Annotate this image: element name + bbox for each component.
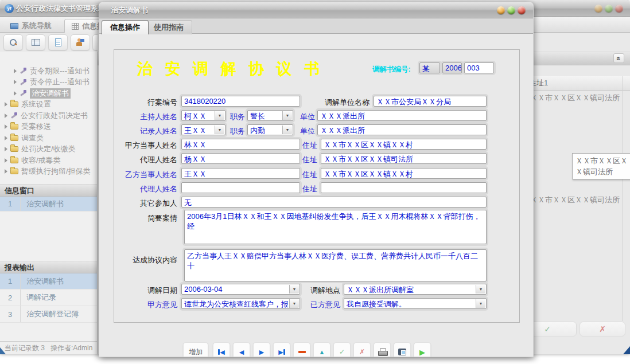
add-record-button[interactable]: 增加 — [183, 342, 208, 357]
party-a-opinion-dropdown[interactable]: 谭世龙为公安核查红线客户，报▼ — [181, 298, 300, 309]
doc-no-seq-field[interactable]: 003 — [464, 62, 494, 73]
expand-arrow-icon[interactable] — [14, 69, 17, 73]
delete-record-button[interactable] — [293, 342, 310, 357]
dropdown-arrow-icon[interactable]: ▼ — [476, 285, 485, 293]
unit-name-field[interactable]: ＸＸ市公安局ＸＸ分局 — [374, 96, 487, 107]
post-record-button[interactable]: ✓ — [333, 342, 351, 357]
previous-record-button[interactable]: ◀ — [233, 342, 250, 357]
expand-arrow-icon[interactable] — [5, 169, 7, 174]
tree-item-label: 调查类 — [21, 133, 44, 143]
app-logo-icon: yf — [5, 4, 14, 13]
last-record-button[interactable]: ▶ — [273, 342, 290, 357]
document-icon — [55, 38, 61, 46]
host-unit-field[interactable]: ＸＸＸ派出所 — [317, 110, 487, 121]
expand-arrow-icon[interactable] — [5, 102, 7, 107]
host-name-value: 柯ＸＸ — [184, 112, 207, 120]
tree-item-order-deadline-notice[interactable]: 责令期限---通知书 — [0, 65, 98, 77]
tree-item-order-stop-notice[interactable]: 责令停止---通知书 — [0, 77, 98, 88]
tree-item-penalty-confiscation[interactable]: 处罚决定/收缴类 — [0, 144, 98, 155]
cancel-record-button[interactable]: ✗ — [353, 342, 371, 357]
doc-no-year-field[interactable]: 2006 — [442, 62, 462, 73]
info-window-row[interactable]: 1 治安调解书 — [0, 197, 98, 212]
recorder-unit-label: 单位 — [281, 126, 315, 136]
maximize-button[interactable] — [605, 5, 613, 13]
other-participants-field[interactable]: 无 — [181, 197, 487, 208]
dialog-close-button[interactable] — [518, 6, 526, 14]
search-button[interactable] — [3, 34, 23, 50]
mediation-place-dropdown[interactable]: ＸＸＸ派出所调解室▼ — [344, 284, 487, 295]
agreement-content-textarea[interactable]: 乙方当事人王ＸＸ赔偿甲方当事人林ＸＸ医疗费、误工费、营养费共计人民币一千八百二十 — [184, 249, 487, 281]
tree-item-system-settings[interactable]: 系统设置 — [0, 99, 98, 111]
extra-toolbar-button[interactable] — [92, 34, 98, 50]
agent-b-addr-field[interactable] — [321, 182, 487, 193]
party-b-name-field[interactable]: 王ＸＸ — [181, 168, 300, 179]
party-b-addr-field[interactable]: ＸＸ市ＸＸ区ＸＸ镇ＸＸ村 — [321, 168, 487, 179]
tree-item-label: 公安行政处罚决定书 — [21, 111, 88, 121]
mediation-date-dropdown[interactable]: 2006-03-04▼ — [181, 284, 300, 295]
party-a-addr-label: 住址 — [283, 140, 317, 151]
party-a-addr-field[interactable]: ＸＸ市ＸＸ区ＸＸ镇ＸＸ村 — [321, 139, 487, 150]
dialog-minimize-button[interactable] — [497, 6, 505, 14]
dialog-tab-info-operation[interactable]: 信息操作 — [102, 20, 149, 34]
row-number: 1 — [0, 197, 21, 211]
dialog-maximize-button[interactable] — [507, 6, 515, 14]
party-b-opinion-dropdown[interactable]: 我自愿接受调解。▼ — [344, 298, 487, 309]
document-tree: 责令期限---通知书 责令停止---通知书 治安调解书 系统设置 公安行政处罚决… — [0, 65, 98, 177]
mediation-place-value: ＸＸＸ派出所调解室 — [347, 285, 414, 294]
dropdown-arrow-icon[interactable]: ▼ — [476, 299, 485, 308]
case-no-field[interactable]: 3418020220 — [181, 96, 300, 107]
next-record-button[interactable]: ▶ — [253, 342, 270, 357]
collapse-panel-button[interactable]: « — [613, 53, 624, 63]
grid-column-header[interactable]: 住址1 — [534, 76, 630, 91]
edit-icon: ▲ — [319, 349, 325, 355]
tab-system-nav[interactable]: 系统导航 — [3, 19, 59, 33]
party-a-name-field[interactable]: 林ＸＸ — [181, 139, 300, 150]
minimize-button[interactable] — [594, 5, 602, 13]
host-duty-label: 职务 — [212, 111, 245, 122]
tree-item-suspend-detention[interactable]: 暂缓执行拘留/担保类 — [0, 166, 98, 178]
edit-record-button[interactable]: ▲ — [313, 342, 330, 357]
agent-a-name-field[interactable]: 杨ＸＸ — [181, 153, 300, 164]
cancel-button[interactable]: ✗ — [580, 322, 625, 336]
run-button[interactable]: ▶ — [414, 342, 431, 357]
doc-no-prefix-field[interactable]: 某 — [419, 62, 440, 73]
confirm-icon: ✓ — [339, 348, 345, 356]
tree-item-detention-rehab[interactable]: 收容/戒毒类 — [0, 155, 98, 166]
report-row[interactable]: 1 治安调解书 — [0, 273, 98, 289]
preview-button[interactable] — [394, 342, 411, 357]
other-participants-label: 其它参加人 — [99, 198, 177, 209]
expand-arrow-icon[interactable] — [5, 136, 7, 140]
tree-item-punishment-decision[interactable]: 公安行政处罚决定书 — [0, 110, 98, 122]
expand-arrow-icon[interactable] — [5, 124, 7, 129]
tree-item-mediation-doc-selected[interactable]: 治安调解书 — [0, 88, 98, 99]
agent-b-addr-label: 住址 — [283, 183, 317, 194]
close-button[interactable] — [615, 5, 623, 13]
agent-a-addr-field[interactable]: ＸＸ市ＸＸ区ＸＸ镇司法所 — [321, 153, 487, 164]
print-button[interactable] — [374, 342, 391, 357]
agent-a-addr-label: 住址 — [283, 154, 317, 165]
report-row[interactable]: 2 调解记录 — [0, 289, 98, 306]
dialog-titlebar[interactable]: 治安调解书 — [99, 2, 533, 18]
agent-b-name-field[interactable] — [181, 182, 300, 193]
tree-item-label: 系统设置 — [21, 99, 51, 109]
folder-icon — [10, 124, 18, 130]
recorder-unit-field[interactable]: ＸＸＸ派出所 — [317, 124, 487, 135]
dialog-tab-bar: 信息操作 使用指南 — [99, 18, 533, 34]
tree-item-case-transfer[interactable]: 受案移送 — [0, 122, 98, 133]
grid-cell-address-2[interactable]: ＸＸ市ＸＸ区ＸＸ镇司法所 — [534, 195, 625, 206]
user-button[interactable] — [71, 34, 90, 50]
grid-cell-address-1[interactable]: ＸＸ市ＸＸ区ＸＸ镇司法所 — [534, 93, 625, 104]
expand-arrow-icon[interactable] — [5, 158, 7, 163]
list-view-button[interactable] — [26, 34, 45, 50]
document-button[interactable] — [48, 34, 68, 50]
case-brief-textarea[interactable]: 2006年3月1日林ＸＸ和王ＸＸ因地基纠纷发生争执，后王ＸＸ用木棍将林ＸＸ背部打… — [184, 210, 487, 244]
expand-arrow-icon[interactable] — [5, 147, 7, 151]
first-record-button[interactable]: ◀ — [213, 342, 230, 357]
dialog-tab-user-guide[interactable]: 使用指南 — [145, 20, 192, 34]
expand-arrow-icon[interactable] — [14, 91, 17, 96]
tree-item-investigation[interactable]: 调查类 — [0, 132, 98, 144]
report-row[interactable]: 3 治安调解登记簿 — [0, 306, 98, 323]
expand-arrow-icon[interactable] — [5, 113, 7, 118]
expand-arrow-icon[interactable] — [14, 80, 17, 84]
party-b-opinion-value: 我自愿接受调解。 — [347, 300, 406, 308]
